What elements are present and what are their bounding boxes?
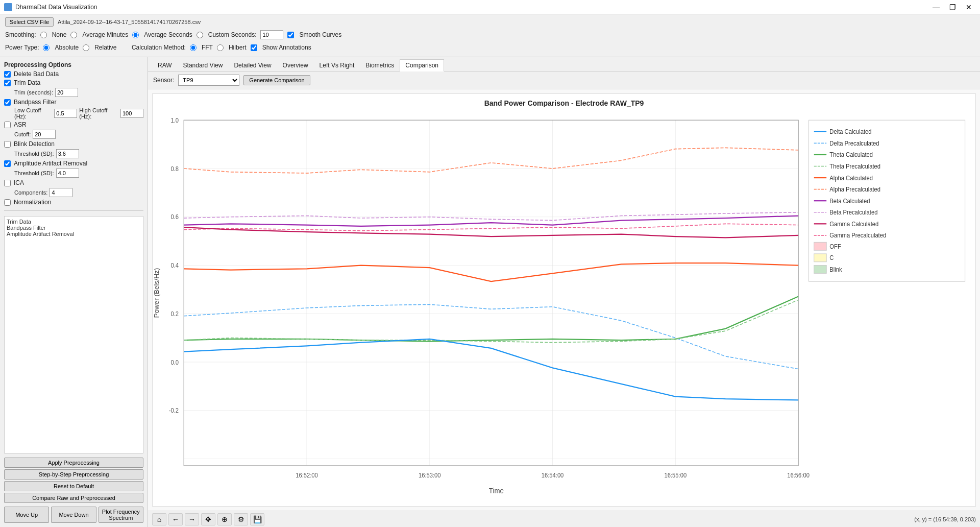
show-annotations-checkbox[interactable] [251,44,257,51]
back-button[interactable]: ← [168,513,183,525]
power-relative-radio[interactable] [83,44,89,51]
smoothing-custom-label[interactable]: Custom Seconds: [208,31,257,38]
power-absolute-radio[interactable] [43,44,50,51]
blink-detection-checkbox[interactable] [4,141,11,148]
preprocessing-title: Preprocessing Options [4,61,143,68]
normalization-checkbox[interactable] [4,199,11,206]
svg-text:Gamma Precalculated: Gamma Precalculated [829,232,886,239]
smoothing-avgsec-radio[interactable] [132,32,139,38]
smooth-curves-label[interactable]: Smooth Curves [299,31,341,38]
tab-standard[interactable]: Standard View [178,59,229,71]
amplitude-threshold-input[interactable]: 4.0 [56,169,79,178]
asr-label[interactable]: ASR [14,121,27,128]
apply-preprocessing-button[interactable]: Apply Preprocessing [4,458,143,468]
ica-components-row: Components: 4 [4,188,143,197]
svg-text:Alpha Precalculated: Alpha Precalculated [829,186,880,194]
move-up-button[interactable]: Move Up [4,507,49,523]
tab-comparison[interactable]: Comparison [400,59,444,71]
log-entry-1: Trim Data [7,219,141,225]
plot-freq-spectrum-button[interactable]: Plot Frequency Spectrum [99,507,143,523]
high-cutoff-input[interactable]: 100 [120,109,143,118]
calc-fft-label[interactable]: FFT [202,44,213,51]
home-button[interactable]: ⌂ [152,513,166,525]
ica-checkbox[interactable] [4,180,11,186]
svg-text:0.4: 0.4 [170,261,179,269]
tab-detailed[interactable]: Detailed View [228,59,277,71]
blink-threshold-input[interactable]: 3.6 [56,149,79,158]
content-area: Preprocessing Options Delete Bad Data Tr… [0,57,980,527]
right-panel: RAW Standard View Detailed View Overview… [148,57,980,527]
svg-text:Delta Calculated: Delta Calculated [829,128,871,136]
sensor-select[interactable]: TP9 AF7 AF8 TP10 [178,75,239,86]
tab-biometrics[interactable]: Biometrics [360,59,400,71]
maximize-button[interactable]: ❐ [945,2,960,12]
save-button[interactable]: 💾 [250,513,264,525]
smooth-curves-checkbox[interactable] [287,32,294,38]
amplitude-artifact-label[interactable]: Amplitude Artifact Removal [14,160,87,167]
svg-rect-54 [814,266,826,274]
blink-detection-label[interactable]: Blink Detection [14,140,55,148]
smoothing-avgsec-label[interactable]: Average Seconds [144,31,192,38]
asr-cutoff-label: Cutoff: [14,131,31,137]
chart-svg: 1.0 0.8 0.6 0.4 0.2 0.0 -0.2 Power (Bels… [153,114,975,506]
delete-bad-data-label[interactable]: Delete Bad Data [14,70,59,78]
smoothing-avgmin-radio[interactable] [70,32,77,38]
forward-button[interactable]: → [185,513,199,525]
calc-hilbert-radio[interactable] [217,44,224,51]
asr-cutoff-input[interactable]: 20 [33,130,56,139]
close-button[interactable]: ✕ [962,2,976,12]
svg-text:-0.2: -0.2 [169,407,179,415]
svg-text:Blink: Blink [829,266,842,273]
power-relative-label[interactable]: Relative [94,44,116,51]
svg-rect-0 [184,120,798,466]
amplitude-artifact-checkbox[interactable] [4,160,11,167]
smoothing-avgmin-label[interactable]: Average Minutes [82,31,128,38]
blink-detection-row: Blink Detection [4,140,143,148]
normalization-label[interactable]: Normalization [14,199,51,206]
pan-button[interactable]: ✥ [201,513,215,525]
tab-leftvsright[interactable]: Left Vs Right [314,59,360,71]
settings-button[interactable]: ⚙ [234,513,248,525]
select-csv-button[interactable]: Select CSV File [5,17,54,27]
calc-fft-radio[interactable] [190,44,197,51]
tab-raw[interactable]: RAW [152,59,178,71]
smoothing-none-radio[interactable] [40,32,47,38]
titlebar: DharmaDat Data Visualization — ❐ ✕ [0,0,980,14]
sensor-label: Sensor: [153,77,174,84]
bandpass-filter-checkbox[interactable] [4,99,11,106]
bandpass-filter-label[interactable]: Bandpass Filter [14,99,56,106]
normalization-row: Normalization [4,199,143,206]
svg-text:Gamma Calculated: Gamma Calculated [829,220,878,228]
svg-text:OFF: OFF [829,243,841,250]
trim-data-label[interactable]: Trim Data [14,79,40,86]
reset-default-button[interactable]: Reset to Default [4,481,143,491]
move-down-button[interactable]: Move Down [51,507,96,523]
show-annotations-label[interactable]: Show Annotations [262,44,311,51]
low-cutoff-input[interactable]: 0.5 [54,109,77,118]
tab-overview[interactable]: Overview [277,59,314,71]
blink-threshold-label: Threshold (SD): [14,151,54,157]
power-absolute-label[interactable]: Absolute [55,44,79,51]
smoothing-label: Smoothing: [5,31,36,38]
ica-label[interactable]: ICA [14,179,24,186]
svg-text:Theta Calculated: Theta Calculated [829,151,873,159]
zoom-button[interactable]: ⊕ [217,513,232,525]
smoothing-none-label[interactable]: None [52,31,67,38]
asr-checkbox[interactable] [4,122,11,128]
compare-raw-button[interactable]: Compare Raw and Preprocessed [4,493,143,503]
ica-components-input[interactable]: 4 [50,188,72,197]
custom-seconds-input[interactable]: 10 [260,30,283,39]
calc-hilbert-label[interactable]: Hilbert [229,44,247,51]
step-preprocessing-button[interactable]: Step-by-Step Preprocessing [4,469,143,480]
minimize-button[interactable]: — [929,2,943,12]
generate-comparison-button[interactable]: Generate Comparison [243,75,310,85]
log-entry-3: Amplitude Artifact Removal [7,231,141,237]
svg-text:16:56:00: 16:56:00 [787,471,810,479]
svg-text:0.6: 0.6 [170,213,179,221]
trim-data-checkbox[interactable] [4,80,11,86]
delete-bad-data-checkbox[interactable] [4,71,11,78]
bottom-buttons: Move Up Move Down Plot Frequency Spectru… [4,507,143,523]
smoothing-custom-radio[interactable] [197,32,203,38]
filename-display: Attila_2024-09-12--16-43-17_505581417417… [58,19,201,25]
trim-seconds-input[interactable]: 20 [55,88,78,97]
